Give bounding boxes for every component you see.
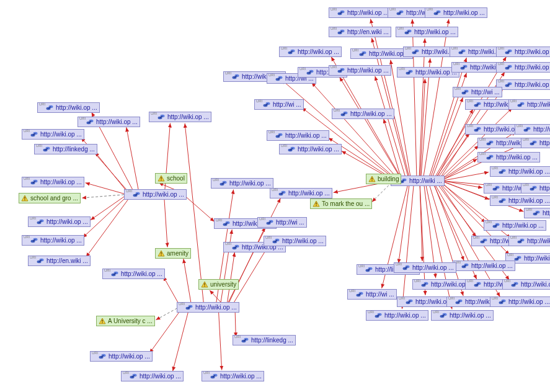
- link-chain-icon: [98, 353, 107, 360]
- link-chain-icon: [517, 101, 525, 108]
- link-chain-icon: [529, 140, 538, 146]
- link-chain-icon: [36, 218, 45, 225]
- graph-node-uri[interactable]: URIhttp://wiki.op ...: [22, 177, 84, 187]
- graph-node-uri[interactable]: URIhttp://wiki.op ...: [149, 112, 211, 122]
- graph-node-uri[interactable]: URIhttp://wiki.op ...: [37, 102, 100, 113]
- uri-badge: URI: [79, 117, 86, 120]
- node-label: http://wi ...: [366, 291, 394, 298]
- uri-badge: URI: [126, 189, 132, 193]
- graph-node-uri[interactable]: URIhttp://wiki.op ...: [332, 109, 394, 119]
- graph-node-uri[interactable]: URIhttp://wiki.op ...: [490, 296, 550, 307]
- graph-node-uri[interactable]: URIhttp://wiki.op ...: [524, 208, 550, 218]
- uri-badge: URI: [399, 67, 405, 71]
- graph-node-uri[interactable]: URIhttp://wiki.op ...: [28, 216, 91, 227]
- uri-badge: URI: [399, 296, 405, 300]
- graph-node-uri[interactable]: URIhttp://wiki.op ...: [102, 269, 165, 279]
- uri-badge: URI: [510, 99, 517, 103]
- graph-node-uri[interactable]: URIhttp://wi ...: [257, 217, 307, 228]
- uri-badge: URI: [330, 7, 337, 11]
- graph-node-uri[interactable]: URIhttp://wi ...: [347, 289, 397, 300]
- graph-node-uri[interactable]: URIhttp://wiki.op ...: [496, 62, 550, 73]
- node-label: http://wiki.op ...: [415, 69, 457, 76]
- link-chain-icon: [405, 69, 414, 76]
- graph-node-literal[interactable]: To mark the ou ...: [310, 198, 372, 209]
- graph-node-uri[interactable]: URIhttp://wiki.op ...: [90, 351, 153, 362]
- warning-icon: [157, 250, 165, 257]
- graph-node-uri[interactable]: URIhttp://wiki.op ...: [431, 310, 494, 321]
- graph-node-uri[interactable]: URIhttp://wiki.op ...: [508, 99, 550, 110]
- graph-node-uri[interactable]: URIhttp://wiki.op ...: [279, 144, 342, 154]
- graph-node-uri[interactable]: URIhttp://wiki.op ...: [121, 371, 184, 381]
- graph-node-uri[interactable]: URIhttp://wiki.op ...: [267, 130, 329, 141]
- graph-node-uri[interactable]: URIhttp://wiki.op ...: [264, 236, 326, 246]
- node-label: http://wiki.op ...: [508, 298, 550, 305]
- graph-node-uri[interactable]: URIhttp://wiki.op ...: [484, 220, 546, 231]
- uri-badge: URI: [389, 7, 396, 11]
- graph-node-uri[interactable]: URIhttp://wi ...: [453, 87, 502, 97]
- link-chain-icon: [337, 67, 345, 74]
- graph-node-uri[interactable]: URIhttp://wiki.op ...: [508, 236, 550, 246]
- node-label: http://wiki.op ...: [414, 29, 456, 35]
- graph-node-uri[interactable]: URIhttp://wiki.op ...: [521, 183, 550, 194]
- graph-edge: [371, 19, 409, 176]
- node-label: http://wiki.op ...: [543, 210, 550, 216]
- graph-node-uri[interactable]: URIhttp://wiki.op ...: [78, 117, 140, 127]
- graph-node-literal[interactable]: school and gro ...: [19, 193, 81, 203]
- graph-node-uri[interactable]: URIhttp://wiki.op ...: [425, 7, 487, 18]
- graph-node-uri[interactable]: URIhttp://wiki.op ...: [496, 79, 550, 90]
- graph-node-uri[interactable]: URIhttp://wiki.op ...: [329, 65, 391, 76]
- node-label: http://wiki.op ...: [496, 154, 538, 161]
- graph-node-literal[interactable]: A University c ...: [96, 316, 155, 326]
- link-chain-icon: [461, 89, 469, 96]
- graph-node-uri[interactable]: URIhttp://wi ...: [254, 99, 304, 110]
- graph-node-uri[interactable]: URIhttp://wiki.op ...: [521, 138, 550, 148]
- graph-node-uri[interactable]: URIhttp://wiki.op ...: [515, 124, 550, 135]
- uri-badge: URI: [330, 27, 337, 30]
- graph-node-uri[interactable]: URIhttp://wiki.op ...: [22, 129, 84, 140]
- graph-node-uri[interactable]: URIhttp://wiki.op ...: [490, 166, 550, 177]
- uri-badge: URI: [24, 177, 30, 180]
- graph-node-uri[interactable]: URIhttp://linkedg ...: [34, 144, 97, 154]
- node-label: http://wiki.op ...: [229, 180, 271, 187]
- uri-badge: URI: [92, 351, 98, 355]
- graph-node-uri[interactable]: URIhttp://wiki.op ...: [394, 262, 456, 273]
- link-chain-icon: [110, 270, 119, 277]
- graph-node-literal[interactable]: university: [198, 279, 239, 290]
- graph-node-uri[interactable]: URIhttp://wiki.op ...: [202, 371, 264, 381]
- graph-node-uri[interactable]: URIhttp://wiki.op ...: [329, 7, 391, 18]
- graph-edge: [227, 252, 234, 303]
- graph-node-uri[interactable]: URIhttp://wiki.op ...: [453, 261, 515, 271]
- graph-node-uri[interactable]: URIhttp://wiki.op ...: [270, 188, 332, 198]
- graph-node-uri[interactable]: URIhttp://wiki.op ...: [396, 27, 458, 37]
- link-chain-icon: [458, 48, 466, 55]
- graph-node-uri[interactable]: URIhttp://wiki.op ...: [490, 195, 550, 206]
- graph-node-uri[interactable]: URIhttp://en.wiki ...: [28, 256, 91, 266]
- uri-badge: URI: [498, 79, 504, 83]
- graph-node-uri[interactable]: URIhttp://en.wiki ...: [329, 27, 391, 37]
- graph-node-uri[interactable]: URIhttp://wiki.op ...: [477, 152, 540, 163]
- link-chain-icon: [498, 168, 507, 175]
- node-label: http://wiki.op ...: [350, 110, 392, 117]
- link-chain-icon: [411, 48, 420, 55]
- graph-node-uri[interactable]: URIhttp://wiki.op ...: [366, 310, 428, 321]
- graph-node-uri[interactable]: URIhttp://wiki.op ...: [502, 279, 550, 290]
- link-chain-icon: [275, 75, 283, 82]
- graph-node-uri[interactable]: URIhttp://linkedg ...: [233, 335, 296, 345]
- graph-edge: [434, 185, 464, 261]
- uri-badge: URI: [405, 47, 411, 50]
- graph-node-literal[interactable]: amenity: [155, 248, 191, 259]
- warning-icon: [201, 281, 208, 288]
- graph-node-uri[interactable]: URIhttp://wiki.op ...: [124, 189, 187, 200]
- graph-node-uri[interactable]: URIhttp://wiki.op ...: [211, 178, 273, 189]
- graph-node-literal[interactable]: building: [366, 174, 401, 184]
- graph-edge: [340, 77, 400, 177]
- graph-node-uri[interactable]: URIhttp://wiki.op ...: [22, 235, 84, 246]
- graph-edge: [184, 259, 191, 303]
- uri-badge: URI: [523, 183, 529, 187]
- graph-node-uri[interactable]: URIhttp://wiki.op ...: [397, 67, 459, 78]
- graph-node-uri[interactable]: URIhttp://wiki.op ...: [496, 47, 550, 57]
- node-label: http://wiki.op ...: [471, 262, 513, 269]
- graph-node-literal[interactable]: school: [155, 173, 187, 184]
- graph-node-uri[interactable]: URIhttp://wiki.op ...: [177, 302, 239, 313]
- graph-node-uri[interactable]: URIhttp://wiki.op ...: [279, 47, 342, 57]
